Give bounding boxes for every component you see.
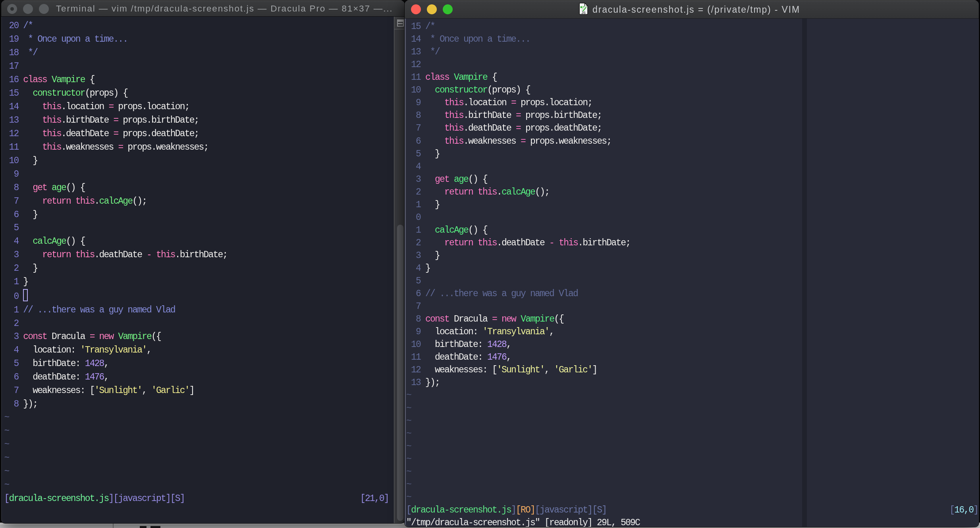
svg-text:JS: JS — [581, 11, 586, 15]
